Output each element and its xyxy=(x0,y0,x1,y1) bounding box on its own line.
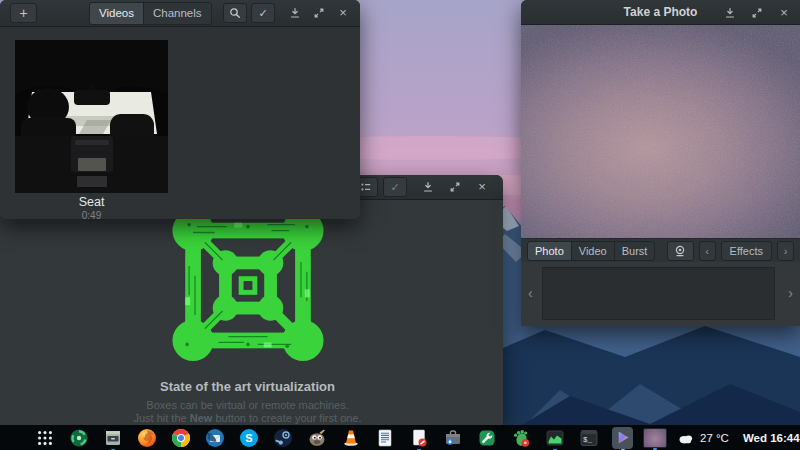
video-item-caption: Seat 0:49 xyxy=(15,195,168,221)
close-button[interactable]: × xyxy=(336,6,350,20)
video-item-thumbnail[interactable] xyxy=(15,40,168,193)
download-icon xyxy=(724,7,736,19)
file-manager-icon xyxy=(103,428,123,448)
gimp-icon xyxy=(307,428,327,448)
video-title: Seat xyxy=(15,195,168,209)
effects-next-button[interactable]: › xyxy=(777,241,794,261)
vlc-icon xyxy=(341,428,361,448)
videos-play-icon xyxy=(614,429,631,446)
cheese-toolbar: Photo Video Burst ‹ Effects › xyxy=(521,238,800,262)
terminal-icon: $_ xyxy=(579,428,599,448)
thunderbird-icon xyxy=(205,428,225,448)
fullscreen-button[interactable] xyxy=(312,6,326,20)
effects-button[interactable]: Effects xyxy=(721,241,772,261)
add-button[interactable]: + xyxy=(10,3,37,23)
chrome-icon xyxy=(171,428,191,448)
gallery-next-button[interactable]: › xyxy=(788,286,793,300)
list-icon xyxy=(360,181,372,193)
launcher-chrome[interactable] xyxy=(170,427,191,448)
prev-icon: ‹ xyxy=(705,245,709,257)
launcher-terminal[interactable]: $_ xyxy=(578,427,599,448)
system-monitor-icon xyxy=(545,428,565,448)
tweaks-wrench-icon xyxy=(477,428,497,448)
blocked-document-icon xyxy=(409,428,429,448)
download-button[interactable] xyxy=(288,6,302,20)
webcam-icon xyxy=(673,245,687,257)
launcher-tweaks[interactable] xyxy=(476,427,497,448)
cheese-titlebar[interactable]: Take a Photo × xyxy=(521,0,800,25)
next-icon: › xyxy=(784,245,788,257)
launcher-software-updater[interactable] xyxy=(442,427,463,448)
weather-cloud-icon xyxy=(677,432,695,444)
tab-videos[interactable]: Videos xyxy=(89,2,144,25)
videos-titlebar[interactable]: + Videos Channels ✓ × xyxy=(0,0,360,27)
boxes-subline-2-pre: Just hit the xyxy=(133,412,189,424)
camera-app-icon xyxy=(69,428,89,448)
mode-tab-burst[interactable]: Burst xyxy=(614,241,656,261)
launcher-vlc[interactable] xyxy=(340,427,361,448)
photo-gallery-strip: ‹ › xyxy=(521,262,800,326)
launcher-gimp[interactable] xyxy=(306,427,327,448)
launcher-gnome-software[interactable] xyxy=(510,427,531,448)
running-indicator xyxy=(653,448,657,450)
launcher-steam[interactable] xyxy=(272,427,293,448)
select-button[interactable]: ✓ xyxy=(251,3,275,23)
app-grid-button[interactable] xyxy=(34,427,55,448)
clock[interactable]: Wed 16:44 xyxy=(743,432,800,444)
boxes-subline-2-new: New xyxy=(190,412,213,424)
check-icon: ✓ xyxy=(390,181,399,194)
fullscreen-button[interactable] xyxy=(750,6,764,20)
car-interior-image xyxy=(15,40,168,193)
videos-active-tile xyxy=(612,427,633,449)
resize-icon xyxy=(449,181,461,193)
launcher-document-viewer[interactable] xyxy=(408,427,429,448)
select-button[interactable]: ✓ xyxy=(383,177,407,197)
updater-briefcase-icon xyxy=(443,428,463,448)
svg-text:$_: $_ xyxy=(583,435,593,443)
launcher-thunderbird[interactable] xyxy=(204,427,225,448)
camera-noise-overlay xyxy=(521,25,800,238)
skype-icon: S xyxy=(239,428,259,448)
launcher-libreoffice-writer[interactable] xyxy=(374,427,395,448)
writer-document-icon xyxy=(375,428,395,448)
gallery-prev-button[interactable]: ‹ xyxy=(528,286,533,300)
videos-window: + Videos Channels ✓ × xyxy=(0,0,360,219)
taskbar-right-cluster: 27 °C Wed 16:44 ▾ xyxy=(643,428,800,448)
close-button[interactable]: × xyxy=(475,180,489,194)
weather-temperature[interactable]: 27 °C xyxy=(700,432,729,444)
launcher-videos-active[interactable] xyxy=(612,427,633,448)
boxes-subtext: Boxes can be virtual or remote machines.… xyxy=(133,399,361,425)
launcher-camera-app[interactable] xyxy=(68,427,89,448)
app-grid-icon xyxy=(36,429,54,447)
view-switcher: Videos Channels xyxy=(89,2,212,25)
capture-button[interactable] xyxy=(667,241,693,261)
tab-channels[interactable]: Channels xyxy=(143,2,212,25)
resize-icon xyxy=(751,7,763,19)
resize-icon xyxy=(313,7,325,19)
download-icon xyxy=(422,181,434,193)
fullscreen-button[interactable] xyxy=(448,180,462,194)
search-icon xyxy=(229,7,241,19)
taskbar: S xyxy=(0,425,800,450)
close-button[interactable]: × xyxy=(777,6,791,20)
launcher-files[interactable] xyxy=(102,427,123,448)
mode-tab-video[interactable]: Video xyxy=(571,241,615,261)
launcher-skype[interactable]: S xyxy=(238,427,259,448)
download-button[interactable] xyxy=(421,180,435,194)
cheese-window-thumbnail[interactable] xyxy=(643,428,667,448)
mode-tab-photo[interactable]: Photo xyxy=(527,241,572,261)
mode-switcher: Photo Video Burst xyxy=(527,241,655,261)
camera-viewport xyxy=(521,25,800,238)
effects-prev-button[interactable]: ‹ xyxy=(699,241,716,261)
download-icon xyxy=(289,7,301,19)
check-icon: ✓ xyxy=(258,7,267,20)
search-button[interactable] xyxy=(223,3,247,23)
launcher-system-monitor[interactable] xyxy=(544,427,565,448)
video-duration: 0:49 xyxy=(15,210,168,221)
import-button[interactable] xyxy=(723,6,737,20)
svg-text:S: S xyxy=(245,432,252,444)
gallery-panel[interactable] xyxy=(542,267,775,320)
boxes-logo-icon xyxy=(169,207,327,364)
launcher-firefox[interactable] xyxy=(136,427,157,448)
boxes-empty-state: State of the art virtualization Boxes ca… xyxy=(0,200,503,425)
